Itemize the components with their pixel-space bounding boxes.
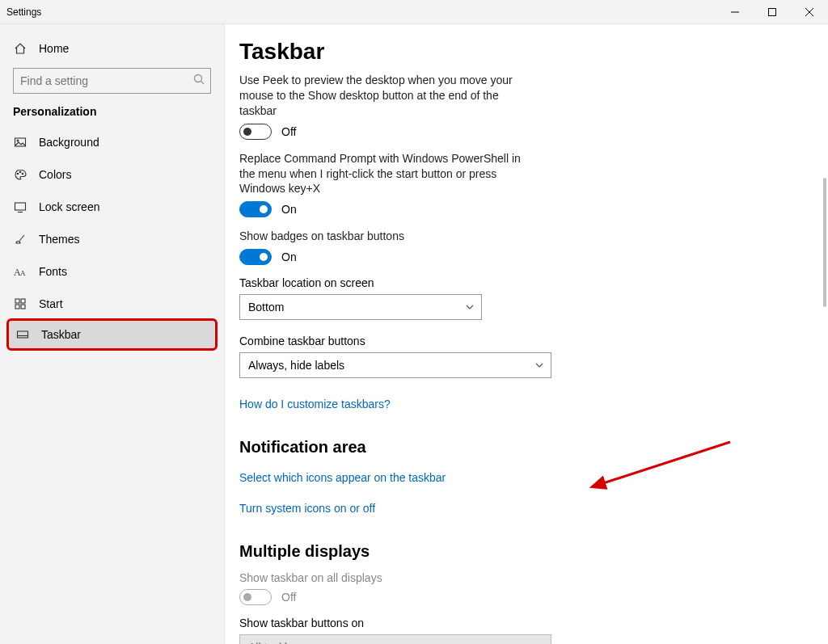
powershell-description: Replace Command Prompt with Windows Powe… xyxy=(239,151,539,197)
sidebar-home[interactable]: Home xyxy=(0,32,224,65)
monitor-icon xyxy=(13,200,27,214)
badges-state: On xyxy=(281,250,297,263)
location-value: Bottom xyxy=(248,301,284,314)
sidebar-item-label: Start xyxy=(39,297,63,310)
home-icon xyxy=(13,41,27,56)
link-customize-taskbars[interactable]: How do I customize taskbars? xyxy=(239,398,391,410)
taskbar-icon xyxy=(15,327,30,342)
svg-rect-18 xyxy=(21,305,25,309)
sidebar-item-taskbar[interactable]: Taskbar xyxy=(6,318,218,351)
badges-description: Show badges on taskbar buttons xyxy=(239,229,539,244)
show-on-label: Show taskbar buttons on xyxy=(239,617,828,629)
section-notification-area: Notification area xyxy=(239,438,828,457)
svg-point-4 xyxy=(195,75,202,82)
sidebar-item-colors[interactable]: Colors xyxy=(0,158,224,191)
sidebar-item-label: Background xyxy=(39,136,99,149)
maximize-button[interactable] xyxy=(754,0,791,24)
svg-rect-15 xyxy=(15,299,19,303)
multi-state: Off xyxy=(281,591,296,604)
picture-icon xyxy=(13,135,27,149)
section-multiple-displays: Multiple displays xyxy=(239,542,828,561)
search-icon xyxy=(193,74,205,85)
sidebar-item-fonts[interactable]: A A Fonts xyxy=(0,255,224,288)
svg-rect-6 xyxy=(15,138,26,146)
chevron-down-icon xyxy=(465,302,475,312)
sidebar-item-themes[interactable]: Themes xyxy=(0,223,224,255)
sidebar-home-label: Home xyxy=(39,42,69,55)
sidebar-item-label: Colors xyxy=(39,168,71,181)
sidebar-item-label: Taskbar xyxy=(41,328,81,341)
svg-rect-1 xyxy=(769,8,776,15)
titlebar: Settings xyxy=(0,0,828,24)
sidebar-item-label: Lock screen xyxy=(39,200,99,213)
sidebar-section-title: Personalization xyxy=(0,105,224,126)
svg-point-10 xyxy=(22,173,23,175)
sidebar-item-label: Fonts xyxy=(39,265,67,278)
sidebar-item-label: Themes xyxy=(39,233,80,246)
combine-select[interactable]: Always, hide labels xyxy=(239,352,551,378)
combine-value: Always, hide labels xyxy=(248,359,344,372)
minimize-button[interactable] xyxy=(716,0,754,24)
search-input[interactable] xyxy=(13,68,211,94)
badges-toggle[interactable] xyxy=(239,249,272,265)
show-on-value: All taskbars xyxy=(248,641,306,644)
svg-rect-11 xyxy=(15,203,26,210)
chevron-down-icon xyxy=(534,360,544,370)
sidebar-item-background[interactable]: Background xyxy=(0,126,224,158)
svg-rect-17 xyxy=(15,305,19,309)
start-grid-icon xyxy=(13,297,27,311)
page-title: Taskbar xyxy=(239,39,828,65)
font-icon: A A xyxy=(13,264,27,279)
peek-state: Off xyxy=(281,125,296,138)
powershell-toggle[interactable] xyxy=(239,201,272,217)
close-button[interactable] xyxy=(791,0,828,24)
peek-toggle[interactable] xyxy=(239,124,272,140)
svg-point-9 xyxy=(19,171,21,173)
svg-rect-19 xyxy=(18,331,28,338)
sidebar: Home Personalization Background xyxy=(0,24,225,644)
show-on-select: All taskbars xyxy=(239,634,551,644)
scrollbar[interactable] xyxy=(823,178,826,307)
svg-point-8 xyxy=(17,173,19,175)
sidebar-item-lockscreen[interactable]: Lock screen xyxy=(0,191,224,223)
svg-text:A: A xyxy=(20,269,26,277)
palette-icon xyxy=(13,167,27,182)
svg-line-5 xyxy=(201,82,205,85)
powershell-state: On xyxy=(281,203,297,216)
window-title: Settings xyxy=(6,6,41,18)
content-area: Taskbar Use Peek to preview the desktop … xyxy=(225,24,828,644)
location-select[interactable]: Bottom xyxy=(239,294,482,320)
multi-toggle xyxy=(239,589,272,605)
location-label: Taskbar location on screen xyxy=(239,276,828,289)
svg-rect-16 xyxy=(21,299,25,303)
svg-point-7 xyxy=(17,140,19,141)
brush-icon xyxy=(13,232,27,246)
combine-label: Combine taskbar buttons xyxy=(239,335,828,347)
sidebar-item-start[interactable]: Start xyxy=(0,288,224,320)
multi-description: Show taskbar on all displays xyxy=(239,570,539,586)
peek-description: Use Peek to preview the desktop when you… xyxy=(239,73,539,119)
link-select-icons[interactable]: Select which icons appear on the taskbar xyxy=(239,471,446,484)
link-system-icons[interactable]: Turn system icons on or off xyxy=(239,502,375,515)
